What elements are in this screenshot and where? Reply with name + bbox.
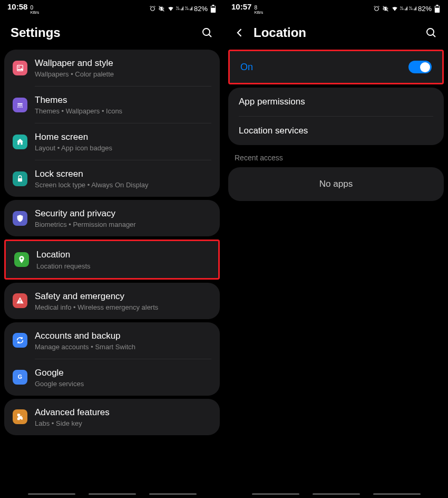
shield-icon (13, 211, 27, 226)
nav-recents[interactable] (28, 493, 75, 495)
svg-rect-7 (211, 6, 215, 7)
nav-home[interactable] (313, 493, 360, 495)
row-title: Themes (35, 94, 211, 106)
settings-card: LocationLocation requests (4, 240, 220, 279)
row-title: Location (36, 249, 210, 261)
vibrate-icon (158, 5, 165, 12)
settings-row-alert[interactable]: Safety and emergencyMedical info • Wirel… (4, 283, 220, 319)
battery-percent: 82% (418, 5, 432, 13)
row-title: Google (35, 367, 211, 379)
alarm-icon (373, 5, 381, 12)
svg-point-8 (203, 28, 210, 35)
app-permissions-row[interactable]: App permissions (228, 88, 444, 116)
battery-icon (209, 5, 217, 12)
row-subtitle: Google services (35, 380, 211, 388)
location-screen: 10:57 8KB/s Vo)LTE1 Vo)LTE2 82% Location… (224, 0, 448, 498)
svg-text:G: G (18, 374, 22, 380)
settings-row-sync[interactable]: Accounts and backupManage accounts • Sma… (4, 322, 220, 359)
nav-back[interactable] (149, 493, 197, 495)
svg-rect-20 (436, 5, 438, 6)
header: Settings (0, 17, 224, 46)
svg-point-11 (18, 66, 20, 68)
settings-card: Wallpaper and styleWallpapers • Color pa… (4, 50, 220, 197)
pin-icon (14, 252, 29, 267)
settings-row-shield[interactable]: Security and privacyBiometrics • Permiss… (4, 200, 220, 236)
settings-row-wallpaper[interactable]: Wallpaper and styleWallpapers • Color pa… (4, 50, 220, 86)
nav-bar (224, 493, 448, 495)
themes-icon (13, 98, 27, 112)
nav-recents[interactable] (252, 493, 299, 495)
alert-icon (13, 293, 27, 308)
location-toggle[interactable] (408, 61, 432, 73)
row-title: Safety and emergency (35, 291, 211, 302)
row-subtitle: Location requests (36, 262, 210, 270)
settings-row-puzzle[interactable]: Advanced featuresLabs • Side key (4, 399, 220, 435)
google-icon: G (13, 370, 27, 385)
signal-lte1-icon: Vo)LTE1 (400, 5, 407, 12)
svg-text:LTE1: LTE1 (176, 9, 180, 11)
lock-icon (13, 171, 27, 186)
row-title: Security and privacy (35, 208, 211, 219)
battery-percent: 82% (194, 5, 208, 13)
search-button[interactable] (425, 26, 437, 39)
row-label: Location services (239, 126, 308, 136)
nav-home[interactable] (89, 493, 136, 495)
settings-screen: 10:58 0KB/s Vo)LTE1 Vo)LTE2 82% Settings… (0, 0, 224, 498)
page-title: Location (254, 25, 417, 40)
back-button[interactable] (235, 27, 246, 39)
location-toggle-card: On (228, 50, 444, 84)
wifi-icon (167, 5, 174, 12)
vibrate-icon (382, 5, 389, 12)
home-icon (13, 135, 27, 149)
row-title: Accounts and backup (35, 330, 211, 342)
search-button[interactable] (201, 26, 213, 39)
row-subtitle: Layout • App icon badges (35, 144, 211, 152)
wallpaper-icon (13, 61, 27, 75)
settings-row-themes[interactable]: ThemesThemes • Wallpapers • Icons (4, 87, 220, 123)
settings-card: Security and privacyBiometrics • Permiss… (4, 200, 220, 236)
settings-card: Accounts and backupManage accounts • Sma… (4, 322, 220, 396)
row-subtitle: Labs • Side key (35, 419, 211, 427)
nav-bar (0, 493, 224, 495)
location-options-card: App permissions Location services (228, 88, 444, 145)
status-icons: Vo)LTE1 Vo)LTE2 82% (149, 5, 217, 13)
row-subtitle: Screen lock type • Always On Display (35, 181, 211, 189)
clock: 10:58 (7, 2, 27, 11)
row-subtitle: Biometrics • Permission manager (35, 221, 211, 228)
svg-text:Vo): Vo) (400, 6, 403, 8)
svg-text:LTE2: LTE2 (409, 9, 413, 11)
settings-row-home[interactable]: Home screenLayout • App icon badges (4, 123, 220, 160)
row-subtitle: Medical info • Wireless emergency alerts (35, 303, 211, 311)
location-services-row[interactable]: Location services (228, 117, 444, 145)
svg-text:Vo): Vo) (185, 6, 188, 8)
settings-row-google[interactable]: GGoogleGoogle services (4, 359, 220, 396)
settings-card: Advanced featuresLabs • Side key (4, 399, 220, 435)
page-title: Settings (11, 25, 193, 40)
svg-point-22 (427, 28, 434, 35)
row-title: Advanced features (35, 407, 211, 418)
settings-card: Safety and emergencyMedical info • Wirel… (4, 283, 220, 319)
svg-rect-21 (435, 6, 439, 7)
wifi-icon (391, 5, 398, 12)
row-title: Wallpaper and style (35, 58, 211, 69)
status-bar: 10:58 0KB/s Vo)LTE1 Vo)LTE2 82% (0, 0, 224, 17)
location-master-toggle-row[interactable]: On (230, 51, 442, 83)
svg-rect-12 (18, 178, 22, 181)
svg-line-9 (209, 35, 212, 37)
clock: 10:57 (231, 2, 251, 11)
svg-text:LTE1: LTE1 (400, 9, 404, 11)
header: Location (224, 17, 448, 46)
row-title: Home screen (35, 131, 211, 143)
svg-text:Vo): Vo) (409, 6, 412, 8)
row-subtitle: Wallpapers • Color palette (35, 70, 211, 78)
settings-row-lock[interactable]: Lock screenScreen lock type • Always On … (4, 160, 220, 197)
settings-row-pin[interactable]: LocationLocation requests (6, 241, 218, 277)
row-subtitle: Themes • Wallpapers • Icons (35, 107, 211, 115)
recent-access-label: Recent access (224, 148, 448, 165)
nav-back[interactable] (373, 493, 421, 495)
status-bar: 10:57 8KB/s Vo)LTE1 Vo)LTE2 82% (224, 0, 448, 17)
row-title: Lock screen (35, 168, 211, 180)
no-apps-card: No apps (228, 167, 444, 201)
svg-text:Vo): Vo) (176, 6, 179, 8)
signal-lte1-icon: Vo)LTE1 (176, 5, 183, 12)
